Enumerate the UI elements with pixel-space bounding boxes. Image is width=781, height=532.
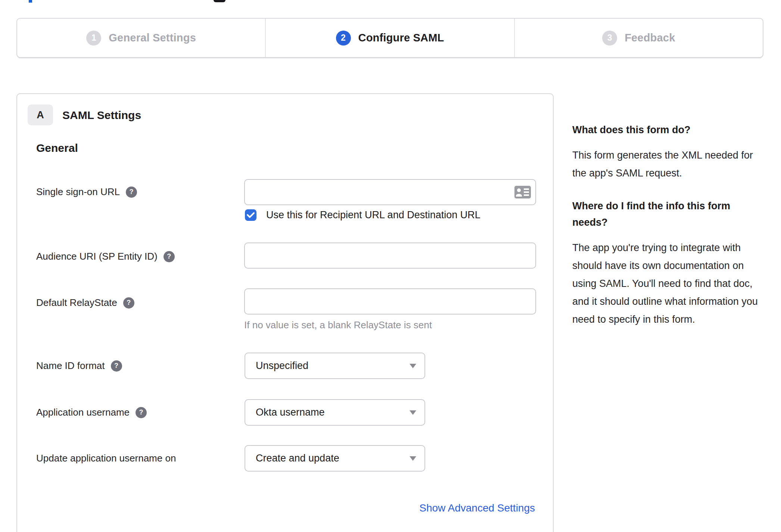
update-username-value: Create and update xyxy=(256,453,339,464)
application-username-value: Okta username xyxy=(256,407,325,418)
wizard-stepper: 1 General Settings 2 Configure SAML 3 Fe… xyxy=(16,18,763,58)
relay-state-label-text: Default RelayState xyxy=(36,297,117,309)
name-id-format-label: Name ID format ? xyxy=(36,360,122,372)
help-icon[interactable]: ? xyxy=(111,360,122,372)
help-heading-where: Where do I find the info this form needs… xyxy=(572,198,765,231)
name-id-format-label-text: Name ID format xyxy=(36,360,105,372)
sso-url-label: Single sign-on URL ? xyxy=(36,186,137,198)
help-sidebar: What does this form do? This form genera… xyxy=(572,122,765,344)
audience-uri-label-text: Audience URI (SP Entity ID) xyxy=(36,251,158,262)
name-id-format-select[interactable]: Unspecified xyxy=(245,353,425,379)
step-configure-saml[interactable]: 2 Configure SAML xyxy=(265,19,514,57)
step-number-badge: 2 xyxy=(336,31,351,46)
relay-state-hint: If no value is set, a blank RelayState i… xyxy=(244,319,432,331)
recipient-url-checkbox-label: Use this for Recipient URL and Destinati… xyxy=(266,209,480,221)
chevron-down-icon xyxy=(410,456,416,461)
update-username-label: Update application username on xyxy=(36,453,176,464)
audience-uri-input[interactable] xyxy=(244,242,536,269)
help-body-what: This form generates the XML needed for t… xyxy=(572,146,765,182)
application-username-select[interactable]: Okta username xyxy=(245,399,425,426)
card-title: SAML Settings xyxy=(62,109,141,122)
step-general-settings[interactable]: 1 General Settings xyxy=(17,19,265,57)
chevron-down-icon xyxy=(410,364,416,368)
help-icon[interactable]: ? xyxy=(123,297,134,309)
saml-settings-card: A SAML Settings General Single sign-on U… xyxy=(16,93,554,532)
step-number-badge: 3 xyxy=(602,31,617,46)
chevron-down-icon xyxy=(410,410,416,415)
recipient-url-checkbox[interactable] xyxy=(245,209,256,221)
name-id-format-value: Unspecified xyxy=(256,360,308,372)
step-label: General Settings xyxy=(109,32,196,44)
update-username-select[interactable]: Create and update xyxy=(245,445,425,472)
step-label: Feedback xyxy=(625,32,675,44)
help-body-where: The app you're trying to integrate with … xyxy=(572,239,765,328)
contact-card-icon[interactable] xyxy=(514,186,531,200)
sso-url-label-text: Single sign-on URL xyxy=(36,186,120,198)
update-username-label-text: Update application username on xyxy=(36,453,176,464)
help-icon[interactable]: ? xyxy=(164,251,175,262)
general-section-heading: General xyxy=(36,142,78,154)
relay-state-label: Default RelayState ? xyxy=(36,297,134,309)
help-heading-what: What does this form do? xyxy=(572,122,765,138)
cropped-header-accent-fragment xyxy=(29,0,32,3)
application-username-label-text: Application username xyxy=(36,407,130,418)
recipient-url-checkbox-row: Use this for Recipient URL and Destinati… xyxy=(245,209,480,221)
step-label: Configure SAML xyxy=(358,32,444,44)
application-username-label: Application username ? xyxy=(36,407,147,418)
relay-state-input[interactable] xyxy=(244,288,536,314)
step-feedback[interactable]: 3 Feedback xyxy=(514,19,763,57)
cropped-app-logo-fragment xyxy=(214,0,225,2)
help-icon[interactable]: ? xyxy=(136,407,147,418)
section-a-badge: A xyxy=(28,104,53,125)
audience-uri-label: Audience URI (SP Entity ID) ? xyxy=(36,251,175,262)
step-number-badge: 1 xyxy=(86,31,101,46)
sso-url-input[interactable] xyxy=(244,179,536,205)
help-icon[interactable]: ? xyxy=(126,187,137,198)
show-advanced-settings-link[interactable]: Show Advanced Settings xyxy=(419,502,535,514)
